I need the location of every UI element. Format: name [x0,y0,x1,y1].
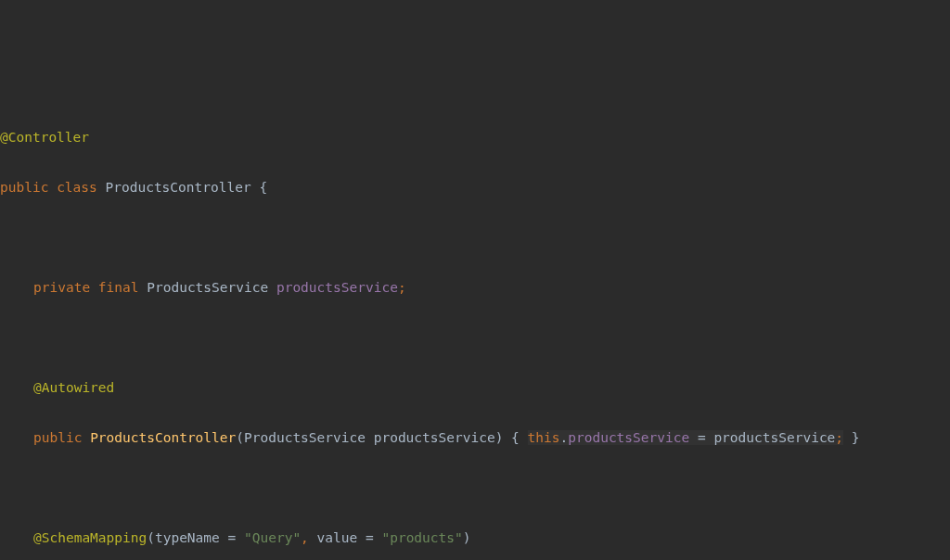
op-assign: = [220,530,244,545]
comma: , [301,530,316,545]
code-line: @Controller [0,125,950,150]
brace-open: { [511,430,520,445]
code-line: private final ProductsService productsSe… [0,275,950,300]
annotation: @Controller [0,130,89,145]
blank-line [0,476,950,501]
attr-name: value [317,530,358,545]
param-ref: productsService [713,430,835,445]
paren-open: ( [147,530,155,545]
annotation: @Autowired [33,380,114,395]
dot: . [560,430,569,445]
code-line: public ProductsController(ProductsServic… [0,426,950,451]
param: productsService [374,430,495,445]
class-name: ProductsController [106,180,251,195]
type: ProductsService [244,430,366,445]
code-line: public class ProductsController { [0,175,950,200]
constructor-name: ProductsController [90,430,236,445]
keyword-class: class [57,180,97,195]
keyword-private: private [33,280,90,295]
op-assign: = [357,530,381,545]
annotation: @SchemaMapping [33,530,147,545]
keyword-public: public [33,430,82,445]
op-assign: = [689,430,713,445]
code-line: @Autowired [0,375,950,401]
field-name: productsService [276,280,398,295]
brace-close: } [852,430,860,445]
blank-line [0,225,950,250]
type: ProductsService [147,280,268,295]
blank-line [0,325,950,350]
keyword-public: public [0,180,48,195]
string-literal: "products" [381,530,462,545]
semicolon: ; [835,430,843,445]
semicolon: ; [398,280,406,295]
brace-open: { [259,180,267,195]
paren-open: ( [236,430,244,445]
keyword-final: final [98,280,139,295]
code-line: @SchemaMapping(typeName = "Query", value… [0,526,950,551]
code-editor[interactable]: @Controller public class ProductsControl… [0,100,950,560]
paren-close: ) [495,430,504,445]
field-ref: productsService [568,430,689,445]
string-literal: "Query" [244,530,301,545]
keyword-this: this [528,430,560,445]
attr-name: typeName [155,530,220,545]
paren-close: ) [463,530,471,545]
